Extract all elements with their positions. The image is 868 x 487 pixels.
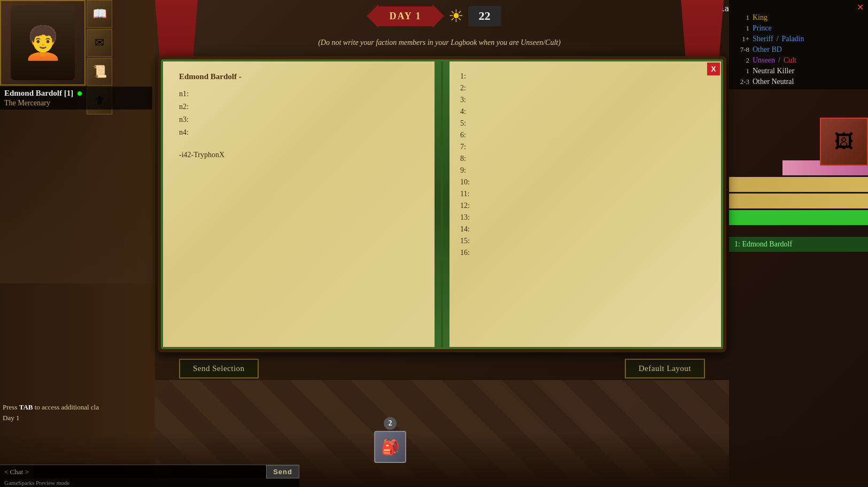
line-5: 5: (460, 119, 705, 128)
role-name-cult: Cult (784, 56, 796, 65)
role-item-prince: 1 Prince (729, 23, 868, 34)
role-name-paladin: Paladin (782, 35, 804, 43)
color-bar-green (729, 210, 868, 225)
line-15: 15: (460, 237, 705, 245)
line-4: 4: (460, 107, 705, 116)
line-6: 6: (460, 131, 705, 140)
scroll-icon[interactable]: 📜 (87, 58, 112, 86)
role-name-other-neutral: Other Neutral (753, 78, 794, 86)
line-14: 14: (460, 225, 705, 234)
player-role: The Mercenary (4, 99, 148, 107)
role-item-other-neutral: 2-3 Other Neutral (729, 76, 868, 87)
role-name-king: King (753, 13, 768, 22)
logbook: Edmond Bardolf - n1: n2: n3: n4: -i42-Tr… (158, 56, 726, 383)
default-layout-button[interactable]: Default Layout (625, 359, 705, 378)
chat-input-row: < Chat > Send (0, 465, 299, 478)
role-name-unseen: Unseen (753, 56, 775, 65)
color-bar-yellow2 (729, 194, 868, 208)
chat-input[interactable] (33, 466, 266, 478)
role-name-nk: Neutral Killer (753, 67, 794, 75)
notice-text: (Do not write your faction members in yo… (155, 38, 724, 47)
role-count-sheriff: 1+ (733, 35, 749, 43)
line-3: 3: (460, 96, 705, 104)
gamesparks-label: GameSparks Preview mode (0, 478, 299, 487)
book-page-left: Edmond Bardolf - n1: n2: n3: n4: -i42-Tr… (163, 61, 435, 347)
role-item-nk: 1 Neutral Killer (729, 66, 868, 76)
logbook-entry-tryphon: -i42-TryphonX (179, 151, 424, 159)
chat-area: < Chat > Send GameSparks Preview mode (0, 465, 299, 487)
portrait-right: 🖼 (820, 118, 868, 166)
sun-count: 22 (468, 6, 501, 26)
book-buttons: Send Selection Default Layout (158, 354, 726, 383)
book-title: Edmond Bardolf - (179, 72, 424, 81)
book-container: Edmond Bardolf - n1: n2: n3: n4: -i42-Tr… (158, 56, 726, 352)
bag-icon[interactable]: 🎒 (374, 431, 406, 463)
line-16: 16: (460, 249, 705, 257)
player-name-right-label: 1: Edmond Bardolf (734, 240, 792, 248)
line-8: 8: (460, 154, 705, 163)
player-avatar: 🧑‍🦱 (0, 0, 86, 86)
logbook-entry-n4: n4: (179, 128, 424, 137)
line-11: 11: (460, 190, 705, 198)
line-12: 12: (460, 202, 705, 210)
role-list-header: ✕ (729, 2, 868, 12)
line-10: 10: (460, 178, 705, 187)
role-count-king: 1 (733, 13, 749, 22)
send-button[interactable]: Send (266, 465, 299, 478)
book-spine (435, 61, 449, 347)
role-list-panel: ✕ 1 King 1 Prince 1+ Sheriff / Paladin 7… (729, 0, 868, 89)
letter-icon[interactable]: ✉ (87, 29, 112, 57)
day-arrow-right (432, 4, 444, 28)
line-7: 7: (460, 143, 705, 151)
role-count-nk: 1 (733, 67, 749, 75)
role-item-sheriff: 1+ Sheriff / Paladin (729, 34, 868, 44)
line-2: 2: (460, 84, 705, 92)
book-icon[interactable]: 📖 (87, 0, 112, 28)
color-bar-yellow1 (729, 177, 868, 192)
logbook-entry-n1: n1: (179, 90, 424, 98)
role-name-sheriff: Sheriff (753, 35, 773, 43)
role-count-other-bd: 7-8 (733, 45, 749, 54)
role-sep-sheriff: / (777, 35, 779, 43)
book-page-right: 1: 2: 3: 4: 5: 6: 7: 8: 9: 10: 11: 12: 1… (449, 61, 721, 347)
day-indicator: DAY 1 ☀ 22 (367, 4, 501, 28)
bag-icon-area: 2 🎒 (374, 417, 406, 463)
role-count-other-neutral: 2-3 (733, 78, 749, 86)
close-book-button[interactable]: X (707, 63, 720, 75)
avatar-figure: 🧑‍🦱 (11, 5, 75, 80)
notif-message-1: Press TAB to access additional cla (3, 402, 147, 413)
sun-icon: ☀ (448, 6, 464, 26)
logbook-entry-n3: n3: (179, 115, 424, 124)
notif-message-2: Day 1 (3, 413, 147, 423)
send-selection-button[interactable]: Send Selection (179, 359, 259, 378)
line-13: 13: (460, 213, 705, 222)
role-item-king: 1 King (729, 12, 868, 23)
player-name: Edmond Bardolf [1] (4, 89, 148, 98)
day-label: DAY 1 (378, 6, 432, 26)
role-name-prince: Prince (753, 24, 772, 33)
line-1: 1: (460, 72, 705, 81)
role-sep-unseen: / (778, 56, 780, 65)
role-name-other-bd: Other BD (753, 45, 782, 54)
role-item-unseen: 2 Unseen / Cult (729, 55, 868, 66)
logbook-entry-n2: n2: (179, 103, 424, 111)
role-count-unseen: 2 (733, 56, 749, 65)
day-arrow-left (367, 4, 378, 28)
left-decoration (0, 123, 152, 283)
bag-number: 2 (384, 417, 397, 430)
player-name-right-panel: 1: Edmond Bardolf (729, 237, 868, 252)
close-role-list-button[interactable]: ✕ (855, 2, 866, 12)
online-indicator (78, 91, 82, 96)
role-count-prince: 1 (733, 24, 749, 33)
player-name-box: Edmond Bardolf [1] The Mercenary (0, 87, 152, 110)
book-inner: Edmond Bardolf - n1: n2: n3: n4: -i42-Tr… (161, 59, 723, 349)
role-item-other-bd: 7-8 Other BD (729, 44, 868, 55)
line-9: 9: (460, 166, 705, 175)
chat-label: < Chat > (0, 466, 33, 478)
notification-area: Press TAB to access additional cla Day 1 (3, 402, 147, 423)
